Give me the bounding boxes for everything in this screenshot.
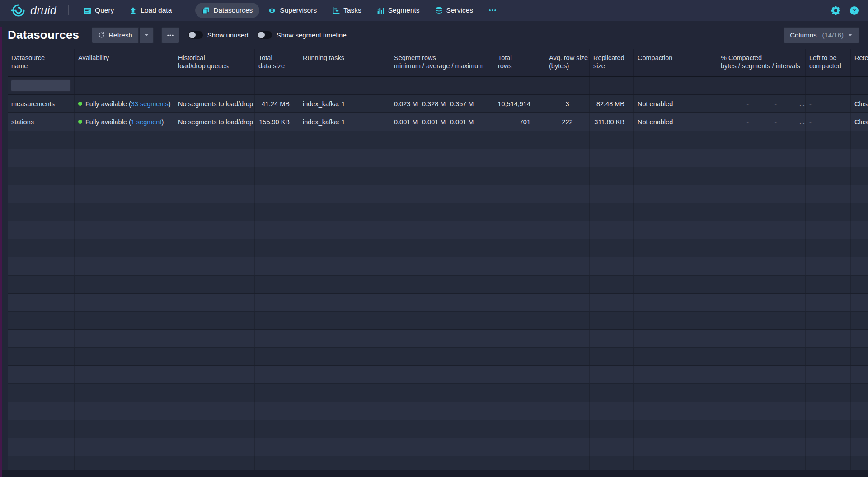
column-header-percent_compacted[interactable]: % Compactedbytes / segments / intervals <box>717 49 806 76</box>
refresh-button[interactable]: Refresh <box>92 27 139 43</box>
empty-cell <box>545 167 590 185</box>
druid-logo[interactable]: druid <box>11 3 59 18</box>
help-icon[interactable]: ? <box>849 6 859 15</box>
empty-cell <box>75 366 174 383</box>
column-header-name[interactable]: Datasourcename <box>8 49 75 76</box>
empty-cell <box>806 330 851 347</box>
services-icon <box>435 7 443 14</box>
column-header-line1: Total <box>258 54 295 62</box>
horizontal-scrollbar[interactable] <box>0 470 868 477</box>
empty-cell <box>255 402 299 420</box>
empty-cell <box>634 420 717 438</box>
empty-cell <box>590 294 634 311</box>
segments-link[interactable]: 33 segments <box>131 100 169 108</box>
cell-value: index_kafka: 1 <box>303 118 345 126</box>
datasources-icon <box>202 7 210 14</box>
nav-item-load-data[interactable]: Load data <box>122 3 178 18</box>
empty-cell <box>255 239 299 257</box>
empty-cell <box>717 149 806 167</box>
nav-item-services[interactable]: Services <box>428 3 480 18</box>
nav-item-segments[interactable]: Segments <box>370 3 427 18</box>
column-header-replicated_size[interactable]: Replicatedsize <box>590 49 634 76</box>
empty-cell <box>255 276 299 293</box>
table-row-measurements: measurementsFully available (33 segments… <box>8 95 868 113</box>
column-header-line1: Replicated <box>593 54 630 62</box>
empty-cell <box>299 221 390 239</box>
toggle-switch[interactable] <box>188 31 203 39</box>
cell-replicated_size: 311.80 KB <box>590 113 634 131</box>
toggle-switch[interactable] <box>257 31 272 39</box>
availability-text: Fully available ( <box>85 100 131 108</box>
empty-cell <box>494 420 545 438</box>
empty-cell <box>717 438 806 456</box>
empty-cell <box>390 438 494 456</box>
column-header-availability[interactable]: Availability <box>75 49 174 76</box>
toggle-label: Show unused <box>207 31 249 39</box>
empty-cell <box>545 294 590 311</box>
show-unused-toggle[interactable]: Show unused <box>188 31 249 39</box>
availability-text: ) <box>169 100 171 108</box>
column-header-total_rows[interactable]: Totalrows <box>494 49 545 76</box>
columns-button[interactable]: Columns(14/16) <box>784 27 859 43</box>
show-segment-timeline-toggle[interactable]: Show segment timeline <box>257 31 347 39</box>
svg-text:?: ? <box>852 7 856 14</box>
empty-cell <box>634 384 717 402</box>
filter-cell-segment_rows <box>390 77 494 94</box>
sub-value: - <box>751 100 777 108</box>
nav-item-supervisors[interactable]: Supervisors <box>261 3 324 18</box>
empty-cell <box>851 131 868 149</box>
empty-cell <box>590 221 634 239</box>
nav-item-tasks[interactable]: Tasks <box>325 3 368 18</box>
cell-value: 701 <box>520 118 530 126</box>
empty-cell <box>806 420 851 438</box>
empty-cell <box>851 456 868 470</box>
availability-text: Fully available ( <box>85 118 131 126</box>
empty-cell <box>806 384 851 402</box>
empty-cell <box>494 203 545 221</box>
empty-cell <box>634 239 717 257</box>
empty-cell <box>494 167 545 185</box>
empty-cell <box>8 456 75 470</box>
refresh-caret-button[interactable] <box>140 27 154 43</box>
empty-cell <box>494 257 545 275</box>
refresh-label: Refresh <box>108 31 132 39</box>
caret-down-icon <box>144 32 150 38</box>
empty-cell <box>299 330 390 347</box>
empty-cell <box>299 149 390 167</box>
cell-historical_queues: No segments to load/drop <box>174 113 255 131</box>
column-header-compaction[interactable]: Compaction <box>634 49 717 76</box>
more-actions-button[interactable] <box>161 27 179 43</box>
nav-item-query[interactable]: Query <box>77 3 121 18</box>
empty-cell <box>299 131 390 149</box>
cell-availability: Fully available (33 segments) <box>75 95 174 112</box>
empty-cell <box>494 438 545 456</box>
empty-cell <box>851 167 868 185</box>
empty-cell <box>851 185 868 203</box>
datasource-name-filter-input[interactable] <box>11 80 71 92</box>
empty-cell <box>390 185 494 203</box>
column-header-running_tasks[interactable]: Running tasks <box>299 49 390 76</box>
settings-gear-icon[interactable] <box>831 6 840 15</box>
cell-value: Cluster default <box>854 100 868 108</box>
empty-cell <box>590 167 634 185</box>
sub-value: - <box>751 118 777 126</box>
caret-down-icon <box>847 32 853 38</box>
nav-more-button[interactable] <box>482 3 503 18</box>
column-header-segment_rows[interactable]: Segment rowsminimum / average / maximum <box>390 49 494 76</box>
empty-cell <box>8 420 75 438</box>
empty-cell <box>390 402 494 420</box>
nav-item-datasources[interactable]: Datasources <box>195 3 259 18</box>
column-header-historical_queues[interactable]: Historicalload/drop queues <box>174 49 255 76</box>
table-row-empty <box>8 167 868 185</box>
sub-value: 0.357 M <box>450 100 478 108</box>
empty-cell <box>8 366 75 383</box>
segments-link[interactable]: 1 segment <box>131 118 162 126</box>
cell-value: 222 <box>562 118 572 126</box>
empty-cell <box>494 221 545 239</box>
column-header-retention[interactable]: Retention <box>851 49 868 76</box>
column-header-avg_row_size[interactable]: Avg. row size(bytes) <box>545 49 590 76</box>
filter-cell-running_tasks <box>299 77 390 94</box>
column-header-left_to_be_compacted[interactable]: Left to becompacted <box>806 49 851 76</box>
column-header-line1: Retention <box>854 54 868 62</box>
column-header-total_data_size[interactable]: Totaldata size <box>255 49 299 76</box>
